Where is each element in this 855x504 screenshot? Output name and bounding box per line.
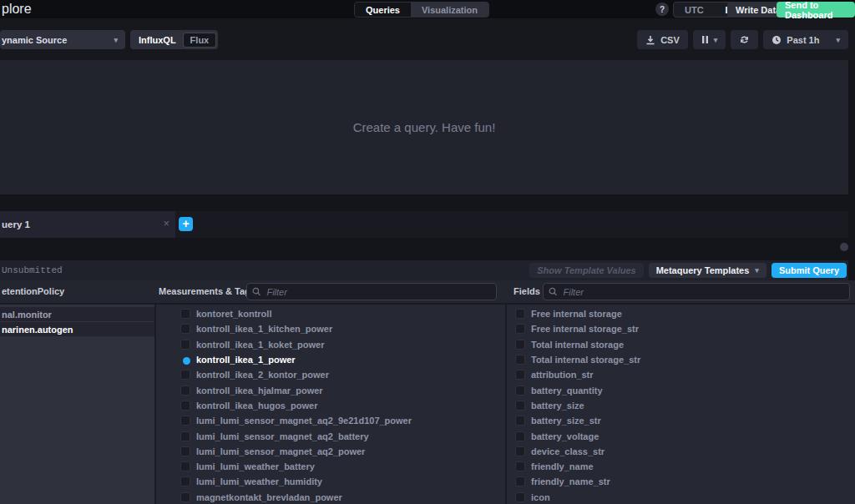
metaquery-templates-label: Metaquery Templates bbox=[656, 265, 750, 275]
checkbox-icon[interactable] bbox=[180, 309, 190, 319]
field-label: Free internal storage_str bbox=[531, 324, 639, 334]
checkbox-icon[interactable] bbox=[515, 309, 525, 319]
help-icon[interactable]: ? bbox=[655, 3, 669, 16]
send-to-dashboard-button[interactable]: Send to Dashboard bbox=[777, 2, 855, 18]
measurement-row[interactable]: lumi_lumi_sensor_magnet_aq2_battery bbox=[156, 428, 505, 443]
field-row[interactable]: friendly_name bbox=[507, 459, 855, 474]
field-row[interactable]: battery_size bbox=[507, 398, 855, 413]
empty-graph-message: Create a query. Have fun! bbox=[353, 120, 496, 134]
field-row[interactable]: friendly_name_str bbox=[507, 474, 855, 489]
field-label: battery_size bbox=[531, 401, 584, 411]
tab-influxql[interactable]: InfluxQL bbox=[132, 33, 183, 47]
measurement-row[interactable]: lumi_lumi_weather_humidity bbox=[156, 474, 505, 489]
tab-queries[interactable]: Queries bbox=[355, 3, 411, 17]
close-icon[interactable]: × bbox=[163, 218, 169, 229]
checkbox-icon[interactable] bbox=[180, 401, 190, 411]
checkbox-icon[interactable] bbox=[515, 401, 525, 411]
field-row[interactable]: battery_size_str bbox=[507, 413, 855, 428]
checkbox-icon[interactable] bbox=[180, 416, 190, 426]
db-row[interactable]: nal.monitor bbox=[0, 307, 154, 321]
field-row[interactable]: icon bbox=[507, 490, 855, 504]
field-row[interactable]: attribution_str bbox=[507, 367, 855, 382]
db-row[interactable]: narinen.autogen bbox=[0, 322, 154, 336]
checkbox-icon[interactable] bbox=[180, 461, 190, 471]
measurement-row[interactable]: magnetkontakt_brevladan_power bbox=[156, 490, 505, 504]
page-title: plore bbox=[2, 0, 32, 18]
checkbox-icon[interactable] bbox=[515, 340, 525, 350]
checkbox-icon[interactable] bbox=[180, 340, 190, 350]
measurement-label: lumi_lumi_weather_humidity bbox=[196, 476, 322, 486]
time-range-dropdown[interactable]: Past 1h ▾ bbox=[763, 30, 848, 49]
checkbox-icon[interactable] bbox=[515, 324, 525, 334]
field-label: attribution_str bbox=[531, 370, 594, 380]
checkbox-icon[interactable] bbox=[180, 492, 190, 502]
db-label: narinen.autogen bbox=[2, 325, 73, 335]
selected-dot-icon[interactable] bbox=[180, 355, 190, 365]
add-query-button[interactable]: + bbox=[179, 217, 193, 231]
field-label: Total internal storage bbox=[531, 340, 624, 350]
measurement-row[interactable]: kontroll_ikea_1_kitchen_power bbox=[156, 321, 505, 336]
manual-refresh-button[interactable] bbox=[731, 30, 758, 49]
tab-flux[interactable]: Flux bbox=[183, 33, 217, 48]
checkbox-icon[interactable] bbox=[180, 370, 190, 380]
fields-filter[interactable] bbox=[543, 283, 850, 300]
measurements-filter[interactable] bbox=[246, 283, 497, 300]
measurement-row[interactable]: lumi_lumi_sensor_magnet_aq2_9e21d107_pow… bbox=[156, 413, 505, 428]
download-csv-button[interactable]: CSV bbox=[637, 30, 688, 49]
checkbox-icon[interactable] bbox=[180, 476, 190, 486]
query-tab[interactable]: uery 1 × bbox=[0, 211, 175, 238]
checkbox-icon[interactable] bbox=[515, 476, 525, 486]
field-row[interactable]: Total internal storage bbox=[507, 337, 855, 352]
field-row[interactable]: Total internal storage_str bbox=[507, 352, 855, 367]
checkbox-icon[interactable] bbox=[180, 446, 190, 456]
download-icon bbox=[645, 35, 655, 45]
source-dropdown[interactable]: ynamic Source ▾ bbox=[0, 30, 125, 49]
measurement-row[interactable]: kontroll_ikea_1_power bbox=[156, 352, 505, 367]
builder-body: nal.monitornarinen.autogen kontoret_kont… bbox=[0, 305, 855, 504]
db-label: nal.monitor bbox=[2, 310, 52, 320]
measurement-label: kontroll_ikea_1_kitchen_power bbox=[196, 324, 332, 334]
submit-query-button[interactable]: Submit Query bbox=[772, 263, 847, 278]
checkbox-icon[interactable] bbox=[515, 446, 525, 456]
checkbox-icon[interactable] bbox=[515, 370, 525, 380]
measurements-column-header: Measurements & Tags bbox=[159, 280, 255, 303]
query-status-buttons: Show Template Values Metaquery Templates… bbox=[529, 263, 847, 278]
measurement-label: lumi_lumi_sensor_magnet_aq2_9e21d107_pow… bbox=[196, 416, 412, 426]
field-row[interactable]: Free internal storage_str bbox=[507, 321, 855, 336]
show-template-values-button[interactable]: Show Template Values bbox=[529, 263, 643, 278]
top-nav-bar: plore Queries Visualization ? UTC Local … bbox=[0, 0, 855, 18]
field-row[interactable]: battery_quantity bbox=[507, 382, 855, 397]
field-label: battery_voltage bbox=[531, 431, 599, 441]
measurement-row[interactable]: kontroll_ikea_hjalmar_power bbox=[156, 382, 505, 397]
measurements-filter-input[interactable] bbox=[265, 286, 491, 298]
checkbox-icon[interactable] bbox=[180, 324, 190, 334]
checkbox-icon[interactable] bbox=[180, 431, 190, 441]
checkbox-icon[interactable] bbox=[180, 386, 190, 396]
field-row[interactable]: battery_voltage bbox=[507, 428, 855, 443]
query-tab-bar: uery 1 × + bbox=[0, 211, 848, 238]
checkbox-icon[interactable] bbox=[515, 492, 525, 502]
fields-filter-input[interactable] bbox=[562, 286, 844, 298]
measurement-row[interactable]: kontroll_ikea_2_kontor_power bbox=[156, 367, 505, 382]
pause-refresh-dropdown[interactable]: ▾ bbox=[693, 30, 726, 49]
checkbox-icon[interactable] bbox=[515, 461, 525, 471]
checkbox-icon[interactable] bbox=[515, 416, 525, 426]
resize-handle[interactable] bbox=[840, 243, 848, 251]
checkbox-icon[interactable] bbox=[515, 355, 525, 365]
metaquery-templates-dropdown[interactable]: Metaquery Templates ▾ bbox=[649, 263, 766, 278]
field-label: friendly_name bbox=[531, 461, 594, 471]
checkbox-icon[interactable] bbox=[515, 386, 525, 396]
tab-visualization[interactable]: Visualization bbox=[411, 3, 488, 17]
chevron-down-icon: ▾ bbox=[114, 36, 118, 44]
tz-utc-button[interactable]: UTC bbox=[674, 3, 715, 17]
measurement-row[interactable]: lumi_lumi_weather_battery bbox=[156, 459, 505, 474]
measurement-row[interactable]: kontoret_kontroll bbox=[156, 306, 505, 321]
search-icon bbox=[252, 287, 261, 296]
measurement-row[interactable]: kontroll_ikea_hugos_power bbox=[156, 398, 505, 413]
measurement-row[interactable]: kontroll_ikea_1_koket_power bbox=[156, 337, 505, 352]
measurement-label: kontroll_ikea_hjalmar_power bbox=[196, 386, 323, 396]
field-row[interactable]: device_class_str bbox=[507, 444, 855, 459]
checkbox-icon[interactable] bbox=[515, 431, 525, 441]
field-row[interactable]: Free internal storage bbox=[507, 306, 855, 321]
measurement-row[interactable]: lumi_lumi_sensor_magnet_aq2_power bbox=[156, 444, 505, 459]
